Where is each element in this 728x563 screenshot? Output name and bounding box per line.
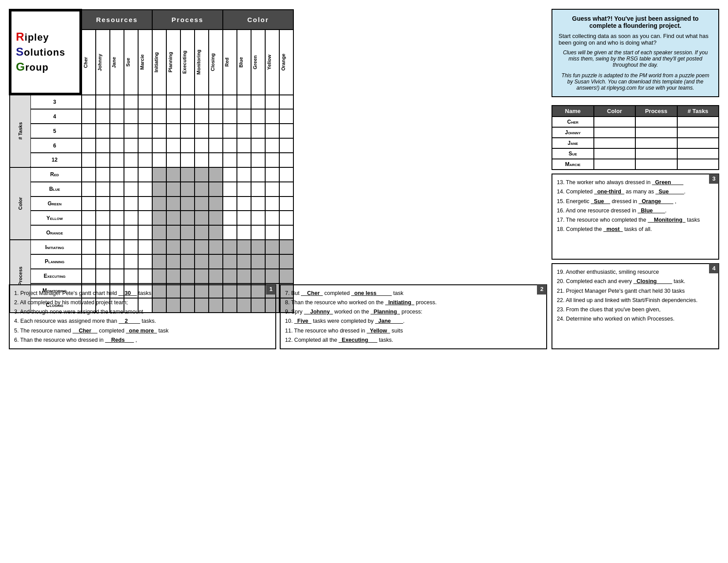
cell[interactable] [96, 167, 110, 182]
cell[interactable] [166, 138, 180, 153]
cell[interactable] [110, 182, 124, 196]
cell[interactable] [223, 225, 237, 240]
cell[interactable] [152, 124, 166, 138]
cell[interactable] [110, 109, 124, 124]
cell[interactable] [82, 124, 96, 138]
cell[interactable] [223, 124, 237, 138]
cell[interactable] [251, 182, 265, 196]
ans-process-cher[interactable] [635, 117, 677, 127]
cell[interactable] [279, 124, 293, 138]
cell[interactable] [223, 109, 237, 124]
cell[interactable] [96, 269, 110, 283]
cell[interactable] [138, 240, 152, 254]
cell[interactable] [251, 211, 265, 225]
cell[interactable] [237, 124, 251, 138]
cell[interactable] [209, 138, 223, 153]
cell[interactable] [96, 225, 110, 240]
cell[interactable] [124, 240, 138, 254]
cell[interactable] [180, 124, 195, 138]
cell[interactable] [265, 182, 279, 196]
cell[interactable] [237, 138, 251, 153]
cell[interactable] [110, 124, 124, 138]
cell[interactable] [138, 196, 152, 211]
cell[interactable] [265, 109, 279, 124]
cell[interactable] [279, 109, 293, 124]
cell[interactable] [180, 138, 195, 153]
cell[interactable] [124, 254, 138, 269]
cell[interactable] [82, 240, 96, 254]
cell[interactable] [82, 109, 96, 124]
cell[interactable] [110, 95, 124, 110]
cell[interactable] [82, 225, 96, 240]
ans-color-johnny[interactable] [594, 127, 636, 138]
ans-color-jane[interactable] [594, 138, 636, 148]
cell[interactable] [124, 225, 138, 240]
cell[interactable] [82, 254, 96, 269]
cell[interactable] [251, 225, 265, 240]
ans-color-marcie[interactable] [594, 159, 636, 170]
cell[interactable] [237, 153, 251, 167]
ans-tasks-cher[interactable] [677, 117, 719, 127]
cell[interactable] [96, 196, 110, 211]
cell[interactable] [124, 196, 138, 211]
cell[interactable] [279, 182, 293, 196]
cell[interactable] [110, 138, 124, 153]
cell[interactable] [138, 153, 152, 167]
cell[interactable] [237, 211, 251, 225]
cell[interactable] [82, 95, 96, 110]
cell[interactable] [279, 138, 293, 153]
cell[interactable] [251, 196, 265, 211]
ans-process-marcie[interactable] [635, 159, 677, 170]
ans-color-cher[interactable] [594, 117, 636, 127]
cell[interactable] [195, 138, 209, 153]
cell[interactable] [96, 109, 110, 124]
cell[interactable] [96, 138, 110, 153]
cell[interactable] [96, 124, 110, 138]
cell[interactable] [124, 211, 138, 225]
cell[interactable] [124, 109, 138, 124]
cell[interactable] [110, 240, 124, 254]
cell[interactable] [110, 196, 124, 211]
cell[interactable] [110, 254, 124, 269]
cell[interactable] [152, 153, 166, 167]
cell[interactable] [209, 95, 223, 110]
ans-tasks-johnny[interactable] [677, 127, 719, 138]
cell[interactable] [124, 95, 138, 110]
cell[interactable] [180, 153, 195, 167]
cell[interactable] [237, 225, 251, 240]
cell[interactable] [138, 95, 152, 110]
cell[interactable] [96, 240, 110, 254]
cell[interactable] [138, 124, 152, 138]
cell[interactable] [237, 196, 251, 211]
cell[interactable] [152, 95, 166, 110]
cell[interactable] [138, 211, 152, 225]
cell[interactable] [265, 124, 279, 138]
cell[interactable] [279, 153, 293, 167]
ans-tasks-jane[interactable] [677, 138, 719, 148]
cell[interactable] [279, 211, 293, 225]
cell[interactable] [152, 109, 166, 124]
cell[interactable] [223, 167, 237, 182]
cell[interactable] [124, 167, 138, 182]
cell[interactable] [96, 153, 110, 167]
cell[interactable] [223, 182, 237, 196]
cell[interactable] [166, 95, 180, 110]
cell[interactable] [110, 167, 124, 182]
ans-process-johnny[interactable] [635, 127, 677, 138]
cell[interactable] [152, 138, 166, 153]
cell[interactable] [265, 211, 279, 225]
cell[interactable] [82, 196, 96, 211]
ans-tasks-sue[interactable] [677, 148, 719, 159]
cell[interactable] [166, 153, 180, 167]
cell[interactable] [251, 153, 265, 167]
cell[interactable] [265, 153, 279, 167]
cell[interactable] [209, 124, 223, 138]
cell[interactable] [110, 211, 124, 225]
cell[interactable] [251, 124, 265, 138]
cell[interactable] [265, 167, 279, 182]
cell[interactable] [251, 95, 265, 110]
cell[interactable] [96, 95, 110, 110]
cell[interactable] [209, 109, 223, 124]
cell[interactable] [138, 254, 152, 269]
cell[interactable] [279, 196, 293, 211]
